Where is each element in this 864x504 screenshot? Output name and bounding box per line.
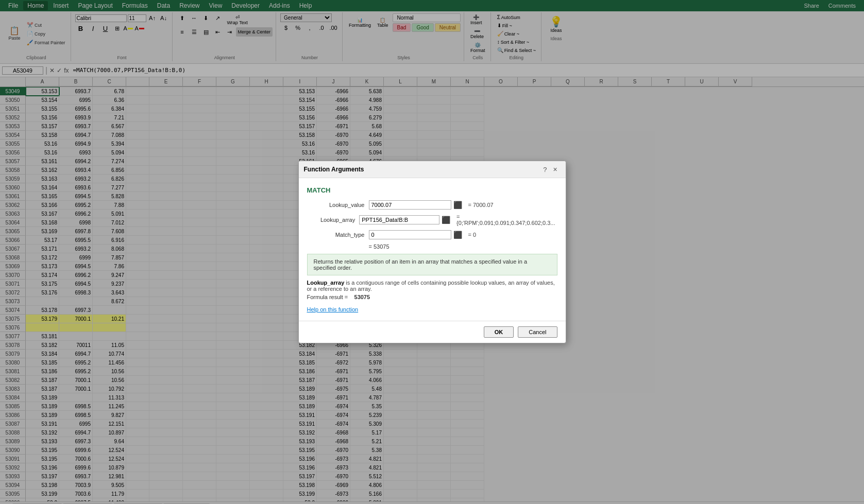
dialog-help-link[interactable]: Help on this function [307,306,359,312]
lookup-array-label: Lookup_array [307,217,360,223]
match-type-label: Match_type [307,232,369,238]
match-type-result: = 0 [468,232,477,238]
lookup-array-result: = {0;'RPM';0.091;0.091;0.347;0.602;0.3..… [456,214,557,226]
dialog-formula-result-value: 53075 [354,294,370,300]
lookup-value-row: Lookup_value ⬛ = 7000.07 [307,200,557,210]
dialog-arg-desc: is a contiguous range of cells containin… [307,280,555,292]
lookup-value-input[interactable] [369,200,451,210]
dialog-function-name: MATCH [307,186,557,194]
match-type-input[interactable] [369,230,451,239]
lookup-value-label: Lookup_value [307,202,369,208]
dialog-title: Function Arguments [304,166,364,173]
dialog-help-button[interactable]: ? [543,164,547,175]
dialog-description: Returns the relative position of an item… [307,254,557,275]
lookup-array-input[interactable] [359,215,439,224]
match-type-row: Match_type ⬛ = 0 [307,230,557,239]
lookup-value-expand-icon[interactable]: ⬛ [453,201,462,209]
function-arguments-dialog: Function Arguments ? × MATCH Lookup_valu… [298,161,566,343]
match-type-expand-icon[interactable]: ⬛ [453,231,462,239]
lookup-array-expand-icon[interactable]: ⬛ [442,216,450,224]
dialog-cancel-button[interactable]: Cancel [518,326,557,338]
dialog-title-bar: Function Arguments ? × [299,161,566,178]
dialog-arg-name: Lookup_array [307,280,345,286]
dialog-formula-result-row: Formula result = 53075 [307,294,557,300]
lookup-value-result: = 7000.07 [468,202,494,208]
dialog-footer: OK Cancel [299,321,566,343]
dialog-ok-button[interactable]: OK [484,326,514,338]
lookup-array-row: Lookup_array ⬛ = {0;'RPM';0.091;0.091;0.… [307,214,557,226]
dialog-close-button[interactable]: × [550,164,561,175]
dialog-equals-result: 53075 [374,244,389,250]
dialog-overlay: Function Arguments ? × MATCH Lookup_valu… [0,0,864,504]
dialog-body: MATCH Lookup_value ⬛ = 7000.07 Lookup_ar… [299,178,566,321]
